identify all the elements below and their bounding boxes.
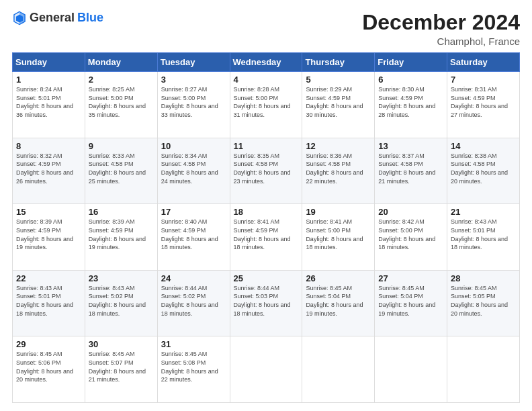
calendar-cell: 31Sunrise: 8:45 AMSunset: 5:08 PMDayligh… [157,336,230,403]
day-number: 26 [306,273,371,283]
page: GeneralBlue December 2024 Champhol, Fran… [0,0,532,411]
day-info: Sunrise: 8:45 AMSunset: 5:08 PMDaylight:… [161,351,218,383]
day-number: 6 [378,75,443,85]
day-number: 7 [451,75,516,85]
day-info: Sunrise: 8:33 AMSunset: 4:58 PMDaylight:… [89,152,146,185]
logo: GeneralBlue [12,11,103,26]
day-info: Sunrise: 8:43 AMSunset: 5:01 PMDaylight:… [16,285,73,317]
day-header-thursday: Thursday [302,53,375,72]
month-title: December 2024 [362,11,520,34]
day-number: 28 [451,273,516,283]
day-info: Sunrise: 8:45 AMSunset: 5:06 PMDaylight:… [16,351,73,383]
logo-area: GeneralBlue [12,11,103,26]
day-info: Sunrise: 8:29 AMSunset: 4:59 PMDaylight:… [306,86,363,118]
calendar-cell: 19Sunrise: 8:41 AMSunset: 5:00 PMDayligh… [302,204,375,271]
calendar-cell: 11Sunrise: 8:35 AMSunset: 4:58 PMDayligh… [230,138,302,204]
day-number: 29 [16,339,81,349]
day-info: Sunrise: 8:38 AMSunset: 4:58 PMDaylight:… [451,152,508,185]
day-number: 16 [89,207,154,217]
calendar-cell: 25Sunrise: 8:44 AMSunset: 5:03 PMDayligh… [230,270,302,336]
day-number: 12 [306,141,371,151]
day-number: 24 [161,273,226,283]
calendar: SundayMondayTuesdayWednesdayThursdayFrid… [12,52,520,403]
day-number: 14 [451,141,516,151]
day-number: 4 [234,75,299,85]
calendar-week-5: 29Sunrise: 8:45 AMSunset: 5:06 PMDayligh… [13,336,520,403]
day-info: Sunrise: 8:45 AMSunset: 5:04 PMDaylight:… [378,285,435,317]
calendar-cell: 18Sunrise: 8:41 AMSunset: 4:59 PMDayligh… [230,204,302,271]
day-number: 19 [306,207,371,217]
day-info: Sunrise: 8:25 AMSunset: 5:00 PMDaylight:… [89,86,146,118]
day-number: 30 [89,339,154,349]
day-header-friday: Friday [375,53,447,72]
day-info: Sunrise: 8:34 AMSunset: 4:58 PMDaylight:… [161,152,218,185]
day-info: Sunrise: 8:39 AMSunset: 4:59 PMDaylight:… [89,218,146,250]
calendar-cell: 8Sunrise: 8:32 AMSunset: 4:59 PMDaylight… [13,138,85,204]
calendar-cell: 24Sunrise: 8:44 AMSunset: 5:02 PMDayligh… [157,270,230,336]
day-info: Sunrise: 8:44 AMSunset: 5:03 PMDaylight:… [234,285,291,317]
calendar-cell [447,336,520,403]
day-number: 17 [161,207,226,217]
day-number: 2 [89,75,154,85]
calendar-cell: 27Sunrise: 8:45 AMSunset: 5:04 PMDayligh… [375,270,447,336]
calendar-cell: 28Sunrise: 8:45 AMSunset: 5:05 PMDayligh… [447,270,520,336]
day-info: Sunrise: 8:42 AMSunset: 5:00 PMDaylight:… [378,218,435,250]
calendar-cell: 22Sunrise: 8:43 AMSunset: 5:01 PMDayligh… [13,270,85,336]
day-info: Sunrise: 8:45 AMSunset: 5:04 PMDaylight:… [306,285,363,317]
day-header-monday: Monday [85,53,157,72]
calendar-cell: 17Sunrise: 8:40 AMSunset: 4:59 PMDayligh… [157,204,230,271]
title-area: December 2024 Champhol, France [362,11,520,47]
day-number: 22 [16,273,81,283]
day-header-sunday: Sunday [13,53,85,72]
day-number: 20 [378,207,443,217]
calendar-week-2: 8Sunrise: 8:32 AMSunset: 4:59 PMDaylight… [13,138,520,204]
calendar-cell: 20Sunrise: 8:42 AMSunset: 5:00 PMDayligh… [375,204,447,271]
calendar-cell [230,336,302,403]
calendar-cell [375,336,447,403]
day-number: 27 [378,273,443,283]
calendar-cell: 2Sunrise: 8:25 AMSunset: 5:00 PMDaylight… [85,72,157,138]
day-info: Sunrise: 8:39 AMSunset: 4:59 PMDaylight:… [16,218,73,250]
calendar-cell: 23Sunrise: 8:43 AMSunset: 5:02 PMDayligh… [85,270,157,336]
day-info: Sunrise: 8:28 AMSunset: 5:00 PMDaylight:… [234,86,291,118]
day-info: Sunrise: 8:41 AMSunset: 5:00 PMDaylight:… [306,218,363,250]
logo-icon [12,11,27,26]
calendar-week-3: 15Sunrise: 8:39 AMSunset: 4:59 PMDayligh… [13,204,520,271]
day-info: Sunrise: 8:32 AMSunset: 4:59 PMDaylight:… [16,152,73,185]
day-info: Sunrise: 8:31 AMSunset: 4:59 PMDaylight:… [451,86,508,118]
calendar-cell: 29Sunrise: 8:45 AMSunset: 5:06 PMDayligh… [13,336,85,403]
day-info: Sunrise: 8:35 AMSunset: 4:58 PMDaylight:… [234,152,291,185]
header: GeneralBlue December 2024 Champhol, Fran… [12,11,520,47]
calendar-cell: 7Sunrise: 8:31 AMSunset: 4:59 PMDaylight… [447,72,520,138]
calendar-cell: 10Sunrise: 8:34 AMSunset: 4:58 PMDayligh… [157,138,230,204]
day-info: Sunrise: 8:37 AMSunset: 4:58 PMDaylight:… [378,152,435,185]
calendar-cell: 6Sunrise: 8:30 AMSunset: 4:59 PMDaylight… [375,72,447,138]
calendar-week-1: 1Sunrise: 8:24 AMSunset: 5:01 PMDaylight… [13,72,520,138]
calendar-cell: 9Sunrise: 8:33 AMSunset: 4:58 PMDaylight… [85,138,157,204]
day-info: Sunrise: 8:36 AMSunset: 4:58 PMDaylight:… [306,152,363,185]
day-info: Sunrise: 8:45 AMSunset: 5:05 PMDaylight:… [451,285,508,317]
location-title: Champhol, France [362,36,520,47]
day-number: 25 [234,273,299,283]
day-info: Sunrise: 8:43 AMSunset: 5:01 PMDaylight:… [451,218,508,250]
logo-general: General [30,11,75,25]
day-number: 15 [16,207,81,217]
day-number: 21 [451,207,516,217]
day-info: Sunrise: 8:44 AMSunset: 5:02 PMDaylight:… [161,285,218,317]
calendar-cell: 5Sunrise: 8:29 AMSunset: 4:59 PMDaylight… [302,72,375,138]
day-number: 18 [234,207,299,217]
day-info: Sunrise: 8:40 AMSunset: 4:59 PMDaylight:… [161,218,218,250]
day-header-saturday: Saturday [447,53,520,72]
day-info: Sunrise: 8:27 AMSunset: 5:00 PMDaylight:… [161,86,218,118]
day-info: Sunrise: 8:24 AMSunset: 5:01 PMDaylight:… [16,86,73,118]
day-info: Sunrise: 8:45 AMSunset: 5:07 PMDaylight:… [89,351,146,383]
calendar-cell: 3Sunrise: 8:27 AMSunset: 5:00 PMDaylight… [157,72,230,138]
day-number: 5 [306,75,371,85]
day-number: 9 [89,141,154,151]
calendar-cell: 21Sunrise: 8:43 AMSunset: 5:01 PMDayligh… [447,204,520,271]
day-number: 10 [161,141,226,151]
calendar-cell: 12Sunrise: 8:36 AMSunset: 4:58 PMDayligh… [302,138,375,204]
day-number: 1 [16,75,81,85]
day-info: Sunrise: 8:30 AMSunset: 4:59 PMDaylight:… [378,86,435,118]
calendar-cell: 26Sunrise: 8:45 AMSunset: 5:04 PMDayligh… [302,270,375,336]
